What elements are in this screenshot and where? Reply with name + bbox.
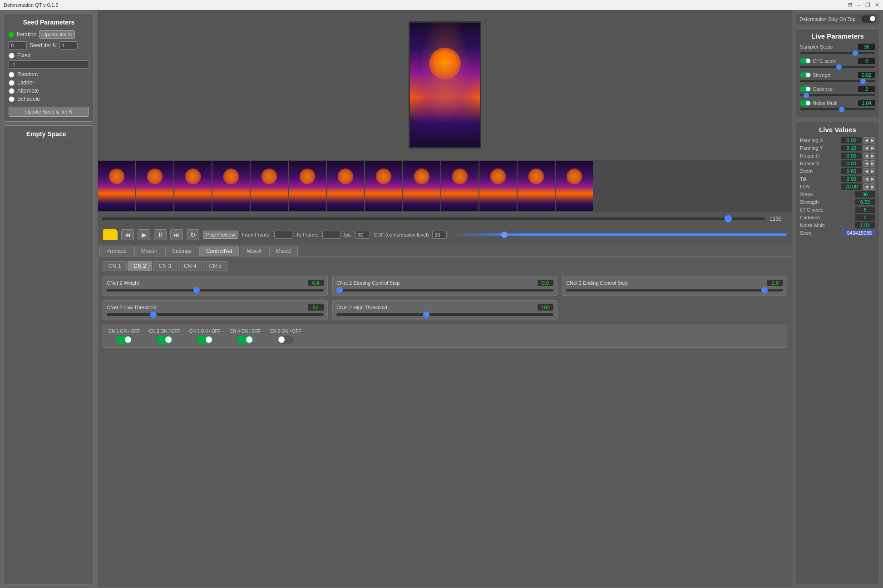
cfg-scale-slider[interactable] bbox=[800, 66, 875, 68]
panning-y-dec[interactable]: ◀ bbox=[863, 145, 869, 151]
schedule-radio[interactable] bbox=[9, 96, 15, 102]
restore-button[interactable]: ❐ bbox=[865, 2, 870, 8]
scrubber-track[interactable] bbox=[102, 217, 765, 220]
sampler-steps-slider[interactable] bbox=[800, 52, 875, 54]
tilt-inc[interactable]: ▶ bbox=[870, 176, 875, 182]
cn2-ending-thumb[interactable] bbox=[761, 287, 768, 293]
to-frame-input[interactable] bbox=[322, 231, 340, 239]
panning-x-inc[interactable]: ▶ bbox=[870, 137, 875, 143]
random-radio[interactable] bbox=[9, 72, 15, 78]
cn4-toggle[interactable] bbox=[237, 336, 253, 344]
ladder-radio[interactable] bbox=[9, 80, 15, 86]
cn2-ending-header: CNet 2 Ending Control Step 1.0 bbox=[566, 280, 783, 286]
sampler-steps-thumb[interactable] bbox=[853, 50, 858, 56]
alternate-radio[interactable] bbox=[9, 88, 15, 94]
panning-x-label: Panning X bbox=[800, 138, 841, 143]
cn-tab-3[interactable]: CN 3 bbox=[153, 261, 177, 271]
seed-value-input[interactable] bbox=[9, 41, 27, 49]
cn-tab-5[interactable]: CN 5 bbox=[203, 261, 227, 271]
cn1-toggle[interactable] bbox=[116, 336, 132, 344]
cadence-slider[interactable] bbox=[800, 94, 875, 96]
cn5-toggle-group: CN 5 ON / OFF bbox=[270, 329, 301, 344]
rotate-v-value: 0.00 bbox=[841, 160, 862, 167]
cadence-thumb[interactable] bbox=[804, 93, 809, 98]
rotate-h-dec[interactable]: ◀ bbox=[863, 153, 869, 159]
tab-miscb[interactable]: MiscB bbox=[269, 246, 298, 256]
cn2-low-thresh-thumb[interactable] bbox=[150, 311, 157, 318]
cn2-low-thresh-slider[interactable] bbox=[107, 313, 324, 316]
fov-dec[interactable]: ◀ bbox=[863, 183, 869, 190]
cfg-scale-thumb[interactable] bbox=[836, 64, 842, 70]
cn-tab-1[interactable]: CN 1 bbox=[103, 261, 127, 271]
scrubber-thumb[interactable] bbox=[725, 215, 732, 222]
rotate-h-value: 0.00 bbox=[841, 153, 862, 159]
update-seed-iter-button[interactable]: Update Seed & iter N bbox=[9, 107, 89, 117]
crf-thumb[interactable] bbox=[501, 232, 508, 238]
pause-button[interactable]: ⏸ bbox=[154, 229, 167, 240]
cn3-toggle[interactable] bbox=[197, 336, 213, 344]
cfg-lv-row: CFG scale 6 bbox=[800, 207, 875, 213]
iteration-label: Iteration bbox=[17, 31, 36, 38]
zoom-dec[interactable]: ◀ bbox=[863, 168, 869, 174]
cn-tab-4[interactable]: CN 4 bbox=[178, 261, 202, 271]
skip-back-button[interactable]: ⏮ bbox=[121, 229, 134, 240]
tab-prompts[interactable]: Prompts bbox=[99, 246, 133, 256]
preview-area bbox=[98, 10, 792, 160]
fps-input[interactable] bbox=[355, 231, 370, 239]
fixed-radio[interactable] bbox=[9, 53, 15, 59]
tab-misca[interactable]: MiscA bbox=[240, 246, 268, 256]
panning-x-dec[interactable]: ◀ bbox=[863, 137, 869, 143]
cn2-weight-thumb[interactable] bbox=[193, 287, 200, 293]
cn5-toggle[interactable] bbox=[277, 336, 294, 344]
tab-controlnet[interactable]: ControlNet bbox=[199, 246, 239, 256]
cn1-toggle-label: CN 1 ON / OFF bbox=[109, 329, 140, 334]
cadence-toggle[interactable] bbox=[800, 86, 811, 92]
deform-stay-toggle[interactable] bbox=[861, 15, 876, 23]
cn-tab-2[interactable]: CN 2 bbox=[128, 261, 152, 271]
cfg-toggle[interactable] bbox=[800, 58, 811, 64]
rotate-v-inc[interactable]: ▶ bbox=[870, 160, 875, 167]
film-frame bbox=[327, 161, 364, 211]
cfg-lv-value: 6 bbox=[855, 207, 875, 213]
noise-multi-slider[interactable] bbox=[800, 108, 875, 110]
tab-motion[interactable]: Motion bbox=[134, 246, 164, 256]
tab-settings[interactable]: Settings bbox=[165, 246, 198, 256]
noise-multi-thumb[interactable] bbox=[839, 107, 844, 112]
cn2-starting-thumb[interactable] bbox=[336, 287, 343, 293]
refresh-button[interactable]: ↻ bbox=[187, 229, 199, 240]
deform-stay-label: Deformation Stay On Top bbox=[799, 16, 855, 22]
zoom-inc[interactable]: ▶ bbox=[870, 168, 875, 174]
panning-y-inc[interactable]: ▶ bbox=[870, 145, 875, 151]
cn2-ending-slider[interactable] bbox=[566, 289, 783, 292]
minimize-button[interactable]: ─ bbox=[857, 2, 861, 8]
cn2-high-thresh-thumb[interactable] bbox=[423, 311, 429, 318]
cn2-starting-slider[interactable] bbox=[336, 289, 553, 292]
cn2-high-thresh-slider[interactable] bbox=[336, 313, 553, 316]
rotate-h-inc[interactable]: ▶ bbox=[870, 153, 875, 159]
strength-thumb[interactable] bbox=[860, 79, 866, 84]
noise-multi-value: 1.04 bbox=[858, 100, 875, 106]
cn2-weight-slider[interactable] bbox=[107, 289, 324, 292]
cn2-toggle[interactable] bbox=[156, 336, 173, 344]
seed-iter-input[interactable] bbox=[59, 41, 78, 49]
close-button[interactable]: ✕ bbox=[875, 2, 879, 8]
fps-label: fps: bbox=[344, 232, 352, 237]
tilt-dec[interactable]: ◀ bbox=[863, 176, 869, 182]
deform-stay-knob bbox=[870, 16, 875, 21]
strength-toggle[interactable] bbox=[800, 72, 811, 78]
crf-value-input[interactable] bbox=[432, 231, 447, 239]
play-preview-button[interactable]: Play Preview bbox=[203, 231, 238, 239]
skip-forward-button[interactable]: ⏭ bbox=[170, 229, 183, 240]
fov-inc[interactable]: ▶ bbox=[870, 183, 875, 190]
cfg-scale-row: CFG scale 6 bbox=[800, 58, 875, 64]
strength-label: Strength bbox=[813, 72, 858, 78]
noise-toggle[interactable] bbox=[800, 100, 811, 106]
play-button[interactable]: ▶ bbox=[138, 229, 150, 240]
fixed-value-input[interactable] bbox=[9, 60, 89, 69]
update-iter-button[interactable]: Update iter N bbox=[39, 30, 75, 39]
crf-slider[interactable] bbox=[450, 233, 787, 236]
strength-slider[interactable] bbox=[800, 80, 875, 82]
rotate-v-dec[interactable]: ◀ bbox=[863, 160, 869, 167]
from-frame-input[interactable] bbox=[274, 231, 292, 239]
folder-icon[interactable] bbox=[103, 229, 118, 240]
